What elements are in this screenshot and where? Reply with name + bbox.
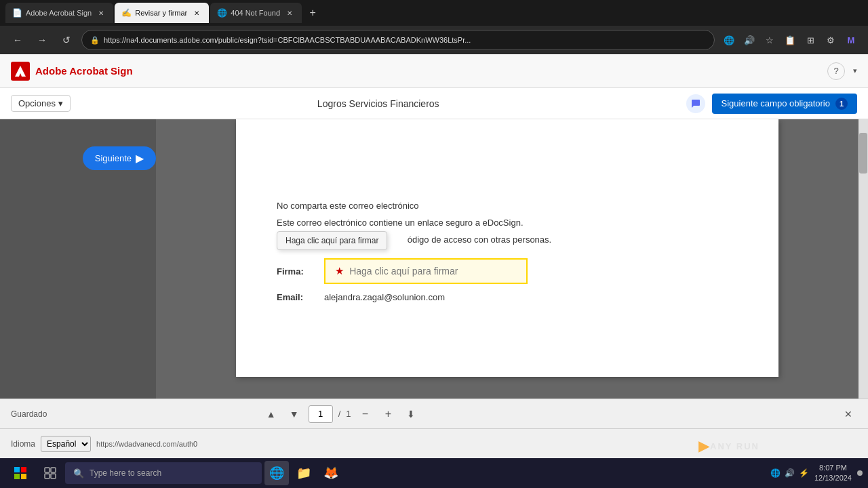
battery-icon: ⚡	[799, 468, 809, 478]
next-field-badge: 1	[835, 98, 848, 110]
tab3-favicon: 🌐	[217, 8, 226, 18]
collections-button[interactable]: 📋	[781, 31, 799, 49]
page-down-button[interactable]: ▼	[285, 405, 303, 423]
url-status: https://wdadvanecd.com/auth0	[96, 440, 197, 448]
zoom-in-button[interactable]: +	[379, 405, 397, 423]
firefox-icon[interactable]: 🦊	[319, 461, 343, 485]
copilot-button[interactable]: M	[842, 31, 860, 49]
browser-tab-bar: 📄 Adobe Acrobat Sign ✕ ✍️ Revisar y firm…	[0, 0, 868, 26]
siguiente-container: Siguiente ▶	[34, 133, 156, 184]
tab3-title: 404 Not Found	[231, 9, 280, 17]
read-aloud-button[interactable]: 🔊	[741, 31, 758, 49]
firma-section: Haga clic aquí para firmar Firma: ★ Haga…	[277, 258, 738, 284]
tab-acrobat-sign[interactable]: 📄 Adobe Acrobat Sign ✕	[5, 3, 113, 23]
anyrun-text: ANY RUN	[710, 441, 760, 451]
clock-date: 12/13/2024	[814, 473, 852, 483]
language-label: Idioma	[11, 439, 35, 449]
svg-rect-4	[21, 474, 26, 479]
split-button[interactable]: ⊞	[802, 31, 819, 49]
download-button[interactable]: ⬇	[402, 405, 420, 423]
svg-rect-7	[45, 474, 50, 479]
firma-placeholder: Haga clic aquí para firmar	[349, 266, 458, 277]
clock-time: 8:07 PM	[814, 463, 852, 473]
tab3-close[interactable]: ✕	[284, 7, 295, 18]
taskbar-search[interactable]: 🔍 Type here to search	[65, 462, 262, 484]
firma-label: Firma:	[277, 266, 317, 277]
forward-button[interactable]: →	[33, 30, 52, 49]
system-clock[interactable]: 8:07 PM 12/13/2024	[814, 463, 852, 484]
anyrun-arrow-icon: ▶	[698, 438, 709, 454]
content-area: Siguiente ▶ No comparta este correo elec…	[0, 119, 868, 399]
back-button[interactable]: ←	[8, 30, 27, 49]
translate-button[interactable]: 🌐	[720, 31, 738, 49]
network-icon: 🌐	[770, 468, 781, 478]
help-button[interactable]: ?	[827, 62, 845, 80]
firma-tooltip: Haga clic aquí para firmar	[277, 231, 387, 250]
tooltip-text: Haga clic aquí para firmar	[285, 236, 378, 245]
favorites-button[interactable]: ☆	[761, 31, 778, 49]
tab2-close[interactable]: ✕	[191, 7, 202, 18]
refresh-button[interactable]: ↺	[57, 30, 76, 49]
doc-header-space	[277, 146, 738, 201]
edge-browser-icon[interactable]: 🌐	[264, 461, 289, 485]
address-input[interactable]: 🔒 https://na4.documents.adobe.com/public…	[81, 30, 715, 50]
volume-icon: 🔊	[785, 468, 795, 478]
document-toolbar: Opciones ▾ Logros Servicios Financieros …	[0, 88, 868, 119]
system-icons: 🌐 🔊 ⚡	[770, 468, 809, 478]
taskbar-right: 🌐 🔊 ⚡ 8:07 PM 12/13/2024	[770, 463, 863, 484]
file-explorer-icon[interactable]: 📁	[292, 461, 316, 485]
siguiente-button[interactable]: Siguiente ▶	[83, 146, 156, 170]
document-title: Logros Servicios Financieros	[317, 98, 439, 109]
close-bar-button[interactable]: ✕	[840, 405, 857, 423]
firma-field[interactable]: ★ Haga clic aquí para firmar	[324, 258, 528, 284]
next-field-button[interactable]: Siguiente campo obligatorio 1	[712, 94, 857, 114]
page-navigation: ▲ ▼ / 1 − + ⬇	[262, 405, 420, 423]
language-select[interactable]: Español English	[41, 436, 91, 452]
firma-row: Firma: ★ Haga clic aquí para firmar	[277, 258, 738, 284]
email-value: alejandra.zagal@solunion.com	[324, 292, 445, 302]
app-header: Adobe Acrobat Sign ? ▾	[0, 54, 868, 88]
svg-rect-1	[14, 467, 20, 472]
settings-button[interactable]: ⚙	[822, 31, 840, 49]
tab2-title: Revisar y firmar	[135, 9, 187, 17]
tab1-close[interactable]: ✕	[96, 7, 106, 18]
search-placeholder: Type here to search	[90, 468, 161, 478]
task-view-button[interactable]	[38, 461, 62, 485]
tab1-favicon: 📄	[12, 8, 22, 18]
options-label: Opciones	[18, 98, 56, 108]
app-right-controls: ? ▾	[827, 62, 857, 80]
scroll-thumb[interactable]	[859, 133, 867, 174]
notification-button[interactable]	[857, 470, 863, 476]
zoom-out-button[interactable]: −	[356, 405, 374, 423]
address-bar: ← → ↺ 🔒 https://na4.documents.adobe.com/…	[0, 26, 868, 54]
tab-404[interactable]: 🌐 404 Not Found ✕	[210, 3, 302, 23]
anyrun-watermark: ▶ ANY RUN	[698, 438, 760, 454]
chat-icon[interactable]	[686, 94, 705, 113]
email-row: Email: alejandra.zagal@solunion.com	[277, 292, 738, 302]
page-up-button[interactable]: ▲	[262, 405, 280, 423]
document-page: No comparta este correo electrónico Este…	[236, 119, 778, 377]
user-avatar-chevron[interactable]: ▾	[853, 66, 857, 75]
adobe-logo-icon	[11, 62, 30, 81]
options-button[interactable]: Opciones ▾	[11, 95, 71, 112]
svg-rect-3	[14, 474, 20, 479]
next-field-label: Siguiente campo obligatorio	[722, 98, 830, 108]
svg-rect-6	[51, 468, 56, 472]
page-number-input[interactable]	[309, 405, 333, 423]
app-logo-text: Adobe Acrobat Sign	[35, 65, 133, 77]
bottom-bar: Guardado ▲ ▼ / 1 − + ⬇ ✕	[0, 399, 868, 428]
taskbar: 🔍 Type here to search 🌐 📁 🦊 🌐 🔊 ⚡ 8:07 P…	[0, 458, 868, 488]
new-tab-button[interactable]: +	[303, 3, 322, 22]
svg-rect-8	[51, 474, 56, 479]
toolbar-right: Siguiente campo obligatorio 1	[686, 94, 857, 114]
start-button[interactable]	[5, 458, 35, 488]
siguiente-arrow-icon: ▶	[136, 152, 144, 165]
sidebar-left: Siguiente ▶	[0, 119, 156, 399]
app-logo: Adobe Acrobat Sign	[11, 62, 133, 81]
search-icon: 🔍	[73, 468, 84, 479]
email-label: Email:	[277, 292, 317, 302]
tab1-title: Adobe Acrobat Sign	[26, 9, 92, 17]
doc-text-2: Este correo electrónico contiene un enla…	[277, 218, 738, 228]
tab-revisar-firmar[interactable]: ✍️ Revisar y firmar ✕	[115, 3, 209, 23]
scrollbar[interactable]	[859, 119, 868, 399]
